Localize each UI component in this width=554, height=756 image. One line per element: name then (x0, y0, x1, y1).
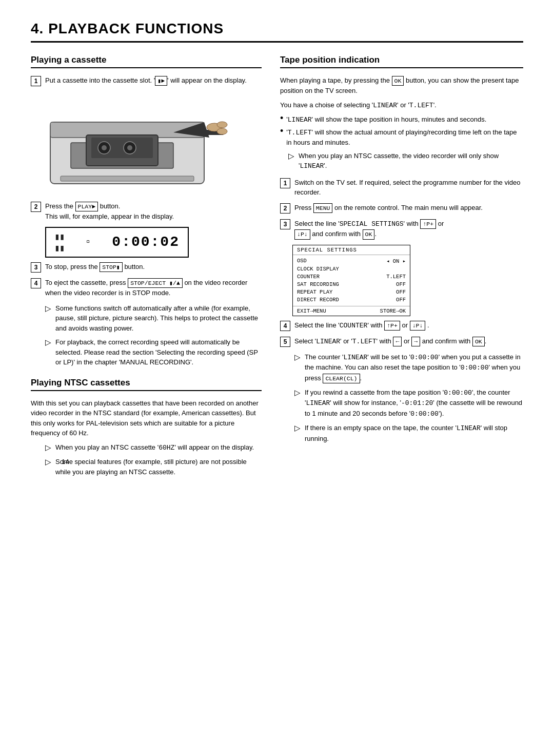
ntsc-note-2-text: Some special features (for example, stil… (55, 457, 262, 477)
ntsc-note-2: ▷ Some special features (for example, st… (45, 457, 262, 477)
ss-row-sat: SAT RECORDING OFF (293, 281, 410, 288)
ss-footer: EXIT→MENU STORE→OK (293, 306, 410, 316)
note-1-text: Some functions switch off automatically … (55, 303, 262, 334)
step-3-text: To stop, press the STOP▮ button. (45, 262, 145, 272)
ntsc-note-1-text: When you play an NTSC cassette '60HZ' wi… (55, 442, 254, 453)
ok-button-5: OK (472, 337, 485, 346)
step-4: 4 To eject the cassette, press STOP/EJEC… (31, 278, 262, 298)
playing-cassette-section: Playing a cassette 1 Put a cassette into… (31, 55, 262, 367)
ss-row-osd: OSD ◂ ON ▸ (293, 257, 410, 265)
r-note-arrow-2: ▷ (294, 388, 301, 397)
right-column: Tape position indication When playing a … (280, 55, 523, 481)
r-step-4: 4 Select the line 'COUNTER' with ↑P+ or … (280, 320, 523, 331)
right-steps: 1 Switch on the TV set. If required, sel… (280, 178, 523, 444)
right-arrow-button: → (411, 337, 420, 346)
ss-key-counter: COUNTER (297, 274, 359, 280)
ntsc-linear-arrow: ▷ (288, 151, 294, 161)
stop-button: STOP▮ (100, 262, 123, 272)
display-dots: ▮▮▮▮ (54, 231, 65, 254)
ntsc-note-arrow-1: ▷ (45, 443, 51, 452)
r-note-arrow-1: ▷ (294, 353, 301, 362)
tape-position-intro: When playing a tape, by pressing the OK … (280, 75, 523, 96)
bullet-2: • 'T.LEFT' will show the actual amount o… (280, 127, 523, 148)
r-step-2: 2 Press MENU on the remote control. The … (280, 203, 523, 214)
r-note-3-text: If there is an empty space on the tape, … (305, 423, 523, 443)
step-2: 2 Press the PLAY► button.This will, for … (31, 201, 262, 222)
r-step-2-text: Press MENU on the remote control. The ma… (294, 203, 483, 213)
r-step-3-text: Select the line 'SPECIAL SETTINGS' with … (294, 219, 444, 240)
r-note-3: ▷ If there is an empty space on the tape… (294, 423, 523, 443)
page-container: 4. PLAYBACK FUNCTIONS Playing a cassette… (31, 21, 523, 481)
tp-plus-4: ↑P+ (384, 321, 400, 331)
ss-val-osd: ◂ ON ▸ (386, 258, 406, 264)
menu-button: MENU (313, 203, 333, 213)
note-arrow-1: ▷ (45, 304, 51, 313)
ok-button-intro: OK (392, 76, 404, 86)
ss-key-osd: OSD (297, 258, 359, 264)
step-4-text: To eject the cassette, press STOP/EJECT … (45, 278, 262, 298)
ss-header: SPECIAL SETTINGS (293, 245, 410, 255)
ntsc-note-arrow-2: ▷ (45, 457, 51, 467)
step-3: 3 To stop, press the STOP▮ button. (31, 262, 262, 273)
step-num-3: 3 (31, 262, 41, 273)
play-button: PLAY► (75, 202, 98, 211)
special-settings-box: SPECIAL SETTINGS OSD ◂ ON ▸ CLOCK DISPLA… (292, 245, 410, 316)
r-step-num-5: 5 (280, 337, 290, 347)
r-step-5-text: Select 'LINEAR' or 'T.LEFT' with ← or → … (294, 336, 486, 347)
ss-val-sat: OFF (396, 281, 406, 287)
bullet-2-text: 'T.LEFT' will show the actual amount of … (286, 127, 523, 148)
choice-text: You have a choise of selecting 'LINEAR' … (280, 100, 523, 111)
r-step-1-text: Switch on the TV set. If required, selec… (294, 178, 523, 198)
ntsc-note-1: ▷ When you play an NTSC cassette '60HZ' … (45, 442, 262, 453)
step-num-1: 1 (31, 76, 41, 86)
step-1-text: Put a cassette into the cassette slot. '… (45, 75, 247, 86)
page-number: 14 (62, 458, 69, 466)
chapter-title: 4. PLAYBACK FUNCTIONS (31, 21, 523, 43)
note-2: ▷ For playback, the correct recording sp… (45, 337, 262, 367)
svg-point-13 (217, 128, 227, 134)
step-num-4: 4 (31, 278, 41, 288)
svg-point-6 (102, 145, 107, 150)
ss-key-sat: SAT RECORDING (297, 281, 359, 287)
r-step-3: 3 Select the line 'SPECIAL SETTINGS' wit… (280, 219, 523, 240)
r-note-1-text: The counter 'LINEAR' will be set to '0:0… (305, 352, 523, 383)
ok-button-3: OK (363, 229, 375, 239)
ss-row-repeat: REPEAT PLAY OFF (293, 288, 410, 296)
bullet-1-text: 'LINEAR' will show the tape position in … (286, 114, 486, 125)
step-2-text: Press the PLAY► button.This will, for ex… (45, 201, 174, 222)
ss-val-counter: T.LEFT (386, 274, 406, 280)
r-step-num-1: 1 (280, 178, 290, 188)
ntsc-linear-note: ▷ When you play an NTSC cassette, the vi… (288, 151, 523, 171)
note-arrow-2: ▷ (45, 338, 51, 347)
r-step-num-2: 2 (280, 203, 290, 214)
r-note-arrow-3: ▷ (294, 423, 301, 433)
r-step-4-text: Select the line 'COUNTER' with ↑P+ or ↓P… (294, 320, 429, 331)
playing-cassette-title: Playing a cassette (31, 55, 262, 68)
two-column-layout: Playing a cassette 1 Put a cassette into… (31, 55, 523, 481)
ss-footer-left: EXIT→MENU (297, 308, 326, 314)
r-note-1: ▷ The counter 'LINEAR' will be set to '0… (294, 352, 523, 383)
ntsc-linear-text: When you play an NTSC cassette, the vide… (299, 151, 523, 171)
tape-position-title: Tape position indication (280, 55, 523, 68)
ntsc-title: Playing NTSC cassettes (31, 378, 262, 391)
display-box: ▮▮▮▮ ▫ 0:00:02 (45, 227, 189, 258)
tape-position-section: Tape position indication When playing a … (280, 55, 523, 443)
ss-footer-right: STORE→OK (380, 308, 406, 314)
stop-eject-button: STOP/EJECT ▮/▲ (128, 278, 183, 288)
bullet-dot-2: • (280, 126, 283, 135)
ss-key-repeat: REPEAT PLAY (297, 289, 359, 295)
r-step-num-4: 4 (280, 321, 290, 331)
tp-minus-button: ↓P↓ (294, 229, 310, 239)
ss-row-counter: COUNTER T.LEFT (293, 273, 410, 281)
svg-point-12 (217, 122, 227, 128)
ss-val-repeat: OFF (396, 289, 406, 295)
step-1: 1 Put a cassette into the cassette slot.… (31, 75, 262, 86)
ss-val-direct: OFF (396, 297, 406, 303)
left-arrow-button: ← (393, 337, 402, 346)
ss-key-clock: CLOCK DISPLAY (297, 266, 359, 272)
r-step-5: 5 Select 'LINEAR' or 'T.LEFT' with ← or … (280, 336, 523, 347)
display-counter: 0:00:02 (112, 234, 180, 250)
bullet-1: • 'LINEAR' will show the tape position i… (280, 114, 523, 125)
bullet-dot-1: • (280, 113, 283, 123)
svg-rect-14 (61, 176, 194, 181)
